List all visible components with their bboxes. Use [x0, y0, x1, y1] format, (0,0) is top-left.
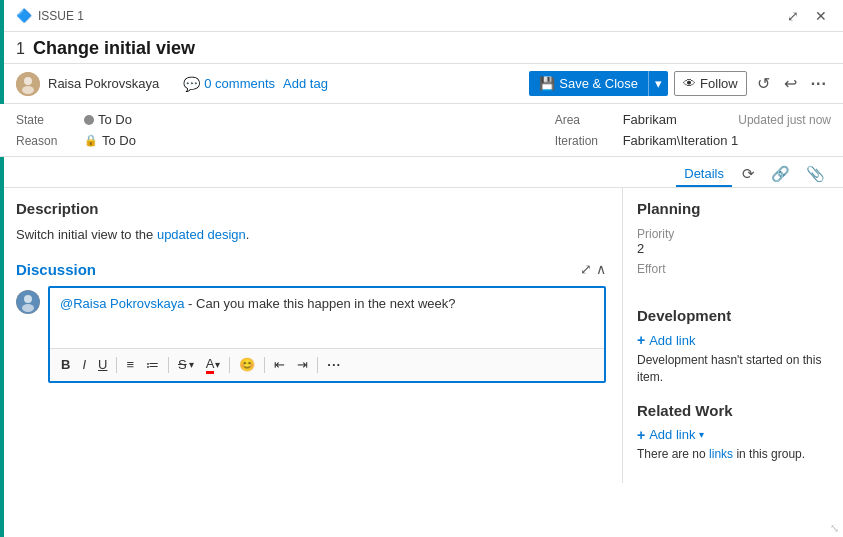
commenter-avatar	[16, 290, 40, 314]
comment-row: @Raisa Pokrovskaya - Can you make this h…	[16, 286, 606, 383]
related-add-link-button[interactable]: + Add link ▾	[637, 427, 829, 443]
planning-title: Planning	[637, 200, 829, 217]
svg-point-4	[24, 295, 32, 303]
tab-details-label: Details	[684, 166, 724, 181]
design-link[interactable]: updated design	[157, 227, 246, 242]
expand-discussion-button[interactable]: ⤢	[580, 261, 592, 277]
area-label: Area	[555, 113, 615, 127]
state-value-container: To Do	[84, 112, 132, 127]
effort-value	[637, 276, 829, 291]
editor-toolbar: B I U ≡ ≔ S▾ A▾ 😊 ⇤	[50, 348, 604, 381]
iteration-value: Fabrikam\Iteration 1	[623, 133, 739, 148]
follow-button[interactable]: 👁 Follow	[674, 71, 747, 96]
iteration-row: Iteration Fabrikam\Iteration 1	[555, 133, 739, 148]
reason-label: Reason	[16, 134, 76, 148]
planning-section: Planning Priority 2 Effort	[637, 200, 829, 291]
tab-attach-button[interactable]: 📎	[800, 161, 831, 187]
discussion-header: Discussion ⤢ ∧	[16, 261, 606, 278]
description-title: Description	[16, 200, 606, 217]
collapse-discussion-button[interactable]: ∧	[596, 261, 606, 277]
meta-bar: State To Do Reason 🔒 To Do Area Fabrikam	[0, 104, 843, 157]
left-panel: Description Switch initial view to the u…	[0, 188, 623, 483]
indent-right-button[interactable]: ⇥	[292, 354, 313, 375]
lock-icon: 🔒	[84, 134, 98, 147]
user-name: Raisa Pokrovskaya	[48, 76, 159, 91]
tab-details[interactable]: Details	[676, 162, 732, 187]
links-highlight: links	[709, 447, 733, 461]
state-dot	[84, 115, 94, 125]
save-close-arrow[interactable]: ▾	[648, 71, 668, 96]
undo-button[interactable]: ↩	[780, 70, 801, 97]
right-panel: Planning Priority 2 Effort Development +…	[623, 188, 843, 483]
bullet-list-button[interactable]: ≡	[121, 354, 139, 375]
related-work-title: Related Work	[637, 402, 829, 419]
toolbar-sep-5	[317, 357, 318, 373]
priority-value: 2	[637, 241, 829, 256]
font-color-button[interactable]: A▾	[201, 353, 226, 377]
toolbar-sep-4	[264, 357, 265, 373]
comment-icon: 💬	[183, 76, 200, 92]
title-bar: 1 Change initial view	[0, 32, 843, 64]
tab-bar: Details ⟳ 🔗 📎	[0, 157, 843, 188]
bold-button[interactable]: B	[56, 354, 75, 375]
avatar	[16, 72, 40, 96]
description-section: Description Switch initial view to the u…	[16, 200, 606, 245]
updated-container: Updated just now	[738, 112, 831, 127]
state-row: State To Do	[16, 112, 515, 127]
emoji-button[interactable]: 😊	[234, 354, 260, 375]
main-content: Description Switch initial view to the u…	[0, 188, 843, 483]
discussion-actions: ⤢ ∧	[580, 261, 606, 277]
plus-icon-related: +	[637, 427, 645, 443]
svg-point-1	[24, 77, 32, 85]
toolbar-sep-1	[116, 357, 117, 373]
dev-add-link-button[interactable]: + Add link	[637, 332, 829, 348]
discussion-section: Discussion ⤢ ∧ @Raisa Pokrovskaya - Can …	[16, 261, 606, 383]
strikethrough-button[interactable]: S▾	[173, 354, 199, 375]
toolbar-sep-2	[168, 357, 169, 373]
expand-button[interactable]: ⤢	[783, 6, 803, 26]
close-button[interactable]: ✕	[811, 6, 831, 26]
iteration-label: Iteration	[555, 134, 615, 148]
underline-button[interactable]: U	[93, 354, 112, 375]
more-button[interactable]: ···	[807, 71, 831, 97]
more-format-button[interactable]: ···	[322, 354, 346, 375]
effort-field: Effort	[637, 262, 829, 291]
resize-handle[interactable]: ⤡	[830, 522, 839, 535]
development-title: Development	[637, 307, 829, 324]
related-work-section: Related Work + Add link ▾ There are no l…	[637, 402, 829, 461]
area-row: Area Fabrikam	[555, 112, 739, 127]
priority-field: Priority 2	[637, 227, 829, 256]
comment-content[interactable]: @Raisa Pokrovskaya - Can you make this h…	[50, 288, 604, 348]
mention-text: @Raisa Pokrovskaya	[60, 296, 184, 311]
state-label: State	[16, 113, 76, 127]
dev-add-link-label: Add link	[649, 333, 695, 348]
indent-left-button[interactable]: ⇤	[269, 354, 290, 375]
issue-label: ISSUE 1	[38, 9, 84, 23]
actions-bar: Raisa Pokrovskaya 💬 0 comments Add tag 💾…	[0, 64, 843, 104]
toolbar-sep-3	[229, 357, 230, 373]
tab-history-button[interactable]: ⟳	[736, 161, 761, 187]
comments-button[interactable]: 💬 0 comments	[183, 76, 275, 92]
comment-editor: @Raisa Pokrovskaya - Can you make this h…	[48, 286, 606, 383]
reason-value: To Do	[102, 133, 136, 148]
meta-fields-left: State To Do Reason 🔒 To Do	[16, 112, 515, 148]
comment-rest: - Can you make this happen in the next w…	[184, 296, 455, 311]
development-desc: Development hasn't started on this item.	[637, 352, 829, 386]
save-close-button[interactable]: 💾 Save & Close ▾	[529, 71, 668, 96]
meta-fields-right: Area Fabrikam Iteration Fabrikam\Iterati…	[555, 112, 739, 148]
ordered-list-button[interactable]: ≔	[141, 354, 164, 375]
discussion-title[interactable]: Discussion	[16, 261, 96, 278]
tab-link-button[interactable]: 🔗	[765, 161, 796, 187]
plus-icon-dev: +	[637, 332, 645, 348]
comments-count: 0 comments	[204, 76, 275, 91]
eye-icon: 👁	[683, 76, 696, 91]
issue-icon: 🔷	[16, 8, 32, 23]
related-add-link-label: Add link	[649, 427, 695, 442]
accent-bar	[0, 0, 4, 537]
issue-title: Change initial view	[33, 38, 195, 59]
related-work-desc: There are no links in this group.	[637, 447, 829, 461]
add-tag-button[interactable]: Add tag	[283, 76, 328, 91]
reason-value-container: 🔒 To Do	[84, 133, 136, 148]
refresh-button[interactable]: ↺	[753, 70, 774, 97]
italic-button[interactable]: I	[77, 354, 91, 375]
